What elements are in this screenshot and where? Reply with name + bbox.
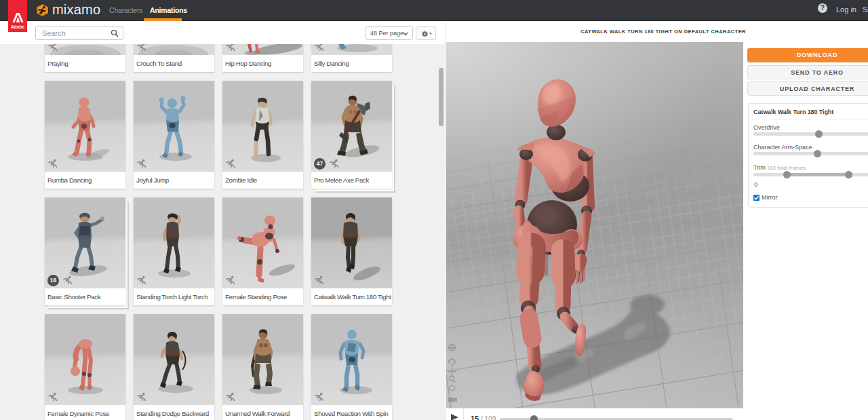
- svg-text:Adobe: Adobe: [11, 24, 25, 29]
